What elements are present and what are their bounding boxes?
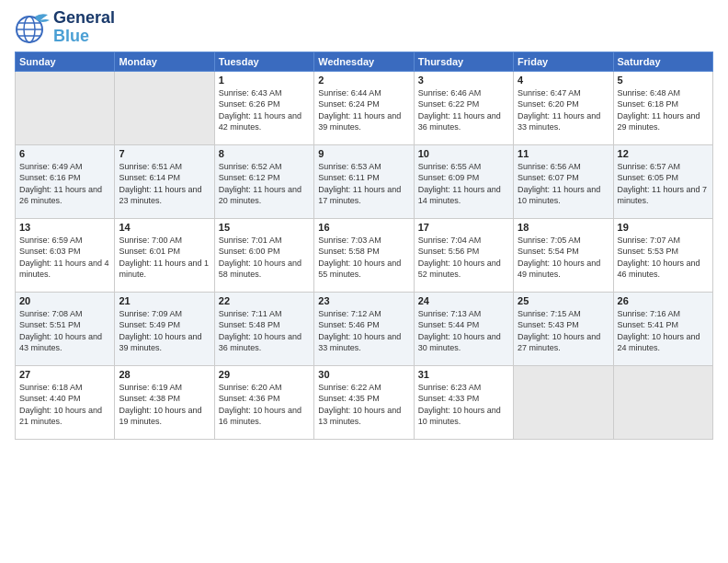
calendar-cell: 20 Sunrise: 7:08 AM Sunset: 5:51 PM Dayl… (16, 292, 115, 365)
sunset-label: Sunset: 5:48 PM (219, 320, 280, 329)
daylight-label: Daylight: 11 hours and 36 minutes. (418, 111, 501, 132)
week-row-3: 13 Sunrise: 6:59 AM Sunset: 6:03 PM Dayl… (16, 218, 713, 292)
weekday-header-thursday: Thursday (414, 52, 513, 71)
daylight-label: Daylight: 10 hours and 19 minutes. (119, 406, 201, 427)
sunrise-label: Sunrise: 7:09 AM (119, 309, 182, 318)
day-number: 28 (119, 369, 210, 380)
day-info: Sunrise: 7:09 AM Sunset: 5:49 PM Dayligh… (119, 308, 210, 354)
calendar-cell: 31 Sunrise: 6:23 AM Sunset: 4:33 PM Dayl… (414, 365, 513, 439)
calendar-table: SundayMondayTuesdayWednesdayThursdayFrid… (15, 52, 713, 440)
week-row-1: 1 Sunrise: 6:43 AM Sunset: 6:26 PM Dayli… (16, 71, 713, 144)
logo-blue: Blue (53, 28, 115, 46)
calendar-cell: 16 Sunrise: 7:03 AM Sunset: 5:58 PM Dayl… (314, 218, 414, 292)
day-number: 10 (418, 148, 509, 159)
day-number: 15 (219, 222, 310, 233)
calendar-cell: 4 Sunrise: 6:47 AM Sunset: 6:20 PM Dayli… (514, 71, 613, 144)
sunrise-label: Sunrise: 7:01 AM (219, 236, 282, 245)
sunrise-label: Sunrise: 7:15 AM (518, 309, 581, 318)
daylight-label: Daylight: 10 hours and 16 minutes. (219, 406, 301, 427)
day-info: Sunrise: 6:56 AM Sunset: 6:07 PM Dayligh… (518, 161, 609, 207)
sunrise-label: Sunrise: 6:44 AM (318, 88, 381, 98)
sunrise-label: Sunrise: 7:04 AM (418, 236, 482, 245)
week-row-2: 6 Sunrise: 6:49 AM Sunset: 6:16 PM Dayli… (16, 144, 713, 218)
day-info: Sunrise: 7:04 AM Sunset: 5:56 PM Dayligh… (418, 235, 509, 281)
daylight-label: Daylight: 11 hours and 10 minutes. (518, 185, 600, 206)
day-number: 26 (618, 295, 709, 306)
sunset-label: Sunset: 5:51 PM (19, 320, 81, 329)
sunset-label: Sunset: 6:18 PM (618, 99, 679, 109)
sunset-label: Sunset: 4:40 PM (19, 394, 81, 403)
calendar-cell: 1 Sunrise: 6:43 AM Sunset: 6:26 PM Dayli… (214, 71, 313, 144)
sunrise-label: Sunrise: 6:51 AM (119, 162, 182, 171)
sunrise-label: Sunrise: 6:53 AM (318, 162, 381, 171)
calendar-cell: 6 Sunrise: 6:49 AM Sunset: 6:16 PM Dayli… (16, 144, 115, 218)
calendar-cell: 22 Sunrise: 7:11 AM Sunset: 5:48 PM Dayl… (214, 292, 313, 365)
sunrise-label: Sunrise: 6:57 AM (618, 162, 681, 171)
calendar-cell: 12 Sunrise: 6:57 AM Sunset: 6:05 PM Dayl… (613, 144, 712, 218)
day-number: 25 (518, 295, 609, 306)
daylight-label: Daylight: 10 hours and 27 minutes. (518, 332, 600, 353)
day-info: Sunrise: 6:19 AM Sunset: 4:38 PM Dayligh… (119, 382, 210, 428)
sunrise-label: Sunrise: 6:52 AM (219, 162, 282, 171)
sunrise-label: Sunrise: 7:07 AM (618, 236, 681, 245)
day-info: Sunrise: 7:13 AM Sunset: 5:44 PM Dayligh… (418, 308, 509, 354)
day-info: Sunrise: 6:51 AM Sunset: 6:14 PM Dayligh… (119, 161, 210, 207)
sunrise-label: Sunrise: 7:16 AM (618, 309, 681, 318)
calendar-cell: 18 Sunrise: 7:05 AM Sunset: 5:54 PM Dayl… (514, 218, 613, 292)
daylight-label: Daylight: 11 hours and 20 minutes. (219, 185, 301, 206)
day-info: Sunrise: 7:00 AM Sunset: 6:01 PM Dayligh… (119, 235, 210, 281)
daylight-label: Daylight: 10 hours and 55 minutes. (318, 259, 401, 280)
sunrise-label: Sunrise: 6:22 AM (318, 383, 381, 392)
day-info: Sunrise: 6:44 AM Sunset: 6:24 PM Dayligh… (318, 87, 409, 133)
calendar-cell: 14 Sunrise: 7:00 AM Sunset: 6:01 PM Dayl… (115, 218, 214, 292)
sunset-label: Sunset: 6:26 PM (219, 99, 280, 109)
day-number: 21 (119, 295, 210, 306)
daylight-label: Daylight: 10 hours and 49 minutes. (518, 259, 600, 280)
sunset-label: Sunset: 6:11 PM (318, 173, 380, 182)
daylight-label: Daylight: 10 hours and 24 minutes. (618, 332, 700, 353)
daylight-label: Daylight: 11 hours and 4 minutes. (19, 259, 109, 280)
day-info: Sunrise: 6:52 AM Sunset: 6:12 PM Dayligh… (219, 161, 310, 207)
calendar-cell: 9 Sunrise: 6:53 AM Sunset: 6:11 PM Dayli… (314, 144, 414, 218)
day-number: 2 (318, 75, 409, 86)
day-number: 6 (19, 148, 110, 159)
weekday-header-monday: Monday (115, 52, 214, 71)
day-info: Sunrise: 6:55 AM Sunset: 6:09 PM Dayligh… (418, 161, 509, 207)
day-number: 12 (618, 148, 709, 159)
weekday-header-saturday: Saturday (613, 52, 712, 71)
sunrise-label: Sunrise: 6:49 AM (19, 162, 83, 171)
sunset-label: Sunset: 6:14 PM (119, 173, 180, 182)
day-number: 8 (219, 148, 310, 159)
day-info: Sunrise: 6:22 AM Sunset: 4:35 PM Dayligh… (318, 382, 409, 428)
sunrise-label: Sunrise: 6:55 AM (418, 162, 482, 171)
calendar-cell (613, 365, 712, 439)
sunrise-label: Sunrise: 6:20 AM (219, 383, 282, 392)
sunset-label: Sunset: 6:12 PM (219, 173, 280, 182)
day-info: Sunrise: 7:16 AM Sunset: 5:41 PM Dayligh… (618, 308, 709, 354)
day-info: Sunrise: 6:48 AM Sunset: 6:18 PM Dayligh… (618, 87, 709, 133)
sunrise-label: Sunrise: 6:19 AM (119, 383, 182, 392)
day-number: 27 (19, 369, 110, 380)
calendar-cell: 25 Sunrise: 7:15 AM Sunset: 5:43 PM Dayl… (514, 292, 613, 365)
calendar-cell: 27 Sunrise: 6:18 AM Sunset: 4:40 PM Dayl… (16, 365, 115, 439)
sunset-label: Sunset: 6:05 PM (618, 173, 679, 182)
sunset-label: Sunset: 4:36 PM (219, 394, 280, 403)
sunset-label: Sunset: 6:00 PM (219, 247, 280, 256)
daylight-label: Daylight: 10 hours and 39 minutes. (119, 332, 201, 353)
weekday-header-wednesday: Wednesday (314, 52, 414, 71)
week-row-5: 27 Sunrise: 6:18 AM Sunset: 4:40 PM Dayl… (16, 365, 713, 439)
day-info: Sunrise: 6:23 AM Sunset: 4:33 PM Dayligh… (418, 382, 509, 428)
day-info: Sunrise: 6:47 AM Sunset: 6:20 PM Dayligh… (518, 87, 609, 133)
daylight-label: Daylight: 11 hours and 14 minutes. (418, 185, 501, 206)
sunset-label: Sunset: 6:09 PM (418, 173, 480, 182)
day-info: Sunrise: 7:03 AM Sunset: 5:58 PM Dayligh… (318, 235, 409, 281)
calendar-cell: 13 Sunrise: 6:59 AM Sunset: 6:03 PM Dayl… (16, 218, 115, 292)
page: General Blue SundayMondayTuesdayWednesda… (0, 0, 728, 447)
calendar-cell: 10 Sunrise: 6:55 AM Sunset: 6:09 PM Dayl… (414, 144, 513, 218)
calendar-cell: 21 Sunrise: 7:09 AM Sunset: 5:49 PM Dayl… (115, 292, 214, 365)
calendar-cell: 7 Sunrise: 6:51 AM Sunset: 6:14 PM Dayli… (115, 144, 214, 218)
daylight-label: Daylight: 11 hours and 33 minutes. (518, 111, 600, 132)
sunset-label: Sunset: 5:54 PM (518, 247, 579, 256)
daylight-label: Daylight: 11 hours and 23 minutes. (119, 185, 201, 206)
day-number: 24 (418, 295, 509, 306)
